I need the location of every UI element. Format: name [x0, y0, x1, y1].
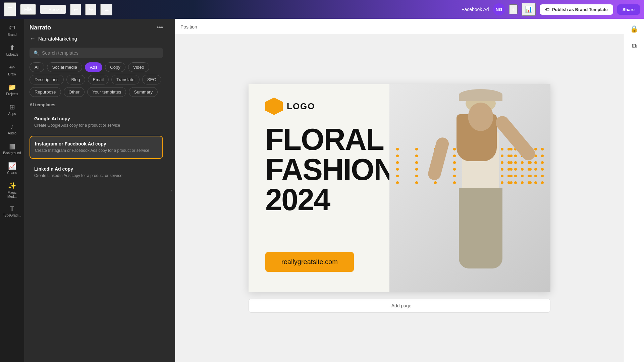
sidebar-item-uploads[interactable]: ⬆ Uploads — [1, 41, 23, 59]
template-title: Google Ad copy — [34, 116, 158, 121]
dot — [415, 161, 418, 164]
canvas-workspace[interactable]: LOGO FLORAL FASHION 2024 reallygreatsite… — [175, 35, 624, 362]
template-description: Create Instagram or Facebook Ads copy fo… — [35, 148, 158, 154]
panel-collapse-handle[interactable]: ‹ — [168, 19, 175, 362]
topbar: ☰ File ⌗ Resize ↩ ↪ ☁ Facebook Ad NG + 📊… — [0, 0, 644, 19]
lock-icon[interactable]: 🔒 — [628, 23, 640, 35]
dot — [541, 168, 544, 171]
dot — [534, 168, 537, 171]
undo-button[interactable]: ↩ — [70, 4, 81, 15]
menu-icon[interactable]: ☰ — [4, 2, 16, 16]
canvas-url-button: reallygreatsite.com — [265, 252, 354, 272]
search-input[interactable] — [42, 50, 159, 56]
design-canvas[interactable]: LOGO FLORAL FASHION 2024 reallygreatsite… — [249, 84, 550, 292]
canvas-headline: FLORAL FASHION 2024 — [265, 124, 395, 215]
hat-brim — [459, 89, 502, 101]
filter-tag-all[interactable]: All — [30, 62, 44, 72]
resize-button[interactable]: ⌗ Resize — [40, 5, 66, 14]
sidebar-item-magic[interactable]: ✨ Magic Med... — [1, 179, 23, 201]
sidebar-item-charts[interactable]: 📈 Charts — [1, 159, 23, 178]
publish-brand-template-button[interactable]: 🏷 Publish as Brand Template — [540, 4, 613, 15]
cloud-save-button[interactable]: ☁ — [100, 4, 112, 15]
filter-tag-seo[interactable]: SEO — [142, 75, 161, 84]
canvas-logo-hexagon — [265, 98, 283, 115]
template-item-linkedin-ad[interactable]: LinkedIn Ad copy Create LinkedIn Ads cop… — [30, 162, 163, 183]
sidebar-item-draw[interactable]: ✏ Draw — [1, 61, 23, 79]
search-container: 🔍 — [24, 45, 168, 62]
canvas-model-image — [389, 84, 550, 292]
headline-line3: 2024 — [265, 185, 395, 215]
typegradi-label: TypeGradi... — [3, 214, 21, 218]
main-layout: 🏷 Brand ⬆ Uploads ✏ Draw 📁 Projects ⊞ Ap… — [0, 19, 644, 362]
sidebar-item-audio[interactable]: ♪ Audio — [1, 120, 23, 138]
uploads-icon: ⬆ — [9, 44, 15, 52]
dot — [534, 181, 537, 184]
template-description: Create Google Ads copy for a product or … — [34, 123, 158, 128]
filter-tag-translate[interactable]: Translate — [111, 75, 140, 84]
dot — [534, 148, 537, 150]
side-panel: Narrato ••• ← NarratoMarketing 🔍 AllSoci… — [24, 19, 168, 362]
draw-icon: ✏ — [9, 63, 15, 71]
dot — [396, 161, 399, 164]
redo-button[interactable]: ↪ — [85, 4, 96, 15]
stats-button[interactable]: 📊 — [522, 3, 536, 16]
canvas-logo-area: LOGO — [265, 98, 315, 115]
dot — [534, 175, 537, 177]
back-arrow-icon: ← — [30, 35, 36, 42]
sidebar-item-background[interactable]: ▦ Background — [1, 139, 23, 158]
filter-tag-repurpose[interactable]: Repurpose — [30, 87, 61, 97]
filter-tag-summary[interactable]: Summary — [129, 87, 158, 97]
template-title: LinkedIn Ad copy — [34, 166, 158, 172]
filter-tag-ads[interactable]: Ads — [85, 62, 102, 72]
templates-list: Google Ad copy Create Google Ads copy fo… — [30, 111, 163, 183]
head — [468, 103, 493, 131]
avatar[interactable]: NG — [493, 3, 505, 15]
left-icon-nav: 🏷 Brand ⬆ Uploads ✏ Draw 📁 Projects ⊞ Ap… — [0, 19, 24, 362]
template-item-google-ad[interactable]: Google Ad copy Create Google Ads copy fo… — [30, 111, 163, 133]
apps-icon: ⊞ — [9, 103, 15, 111]
share-button[interactable]: Share — [617, 4, 640, 15]
projects-icon: 📁 — [8, 83, 16, 91]
filter-tag-email[interactable]: Email — [88, 75, 109, 84]
sidebar-item-brand[interactable]: 🏷 Brand — [1, 21, 23, 40]
add-collaborator-button[interactable]: + — [509, 4, 518, 14]
filter-tag-descriptions[interactable]: Descriptions — [30, 75, 64, 84]
side-panel-title: Narrato — [30, 24, 51, 31]
add-page-button[interactable]: + Add page — [249, 299, 550, 313]
back-label: NarratoMarketing — [38, 36, 77, 42]
canvas-wrapper: LOGO FLORAL FASHION 2024 reallygreatsite… — [249, 84, 550, 313]
filter-tag-copy[interactable]: Copy — [105, 62, 125, 72]
filter-tag-other[interactable]: Other — [64, 87, 85, 97]
template-title: Instagram or Facebook Ad copy — [35, 141, 158, 146]
arm-left — [427, 136, 450, 181]
canvas-area: Position LOGO FLORAL FASHION — [175, 19, 624, 362]
dot — [534, 161, 537, 164]
layers-icon[interactable]: ⧉ — [630, 40, 639, 52]
back-navigation[interactable]: ← NarratoMarketing — [24, 31, 168, 45]
filter-tag-your-templates[interactable]: Your templates — [87, 87, 126, 97]
file-button[interactable]: File — [20, 4, 36, 15]
brand-icon: 🏷 — [9, 24, 15, 32]
side-panel-header: Narrato ••• — [24, 19, 168, 31]
sidebar-item-apps[interactable]: ⊞ Apps — [1, 100, 23, 119]
magic-label: Magic Med... — [3, 191, 21, 199]
dot — [541, 175, 544, 177]
search-icon: 🔍 — [34, 50, 39, 56]
side-panel-options-button[interactable]: ••• — [157, 24, 163, 31]
projects-label: Projects — [6, 92, 18, 96]
charts-label: Charts — [7, 171, 17, 175]
sidebar-item-typegradi[interactable]: T TypeGradi... — [1, 203, 23, 220]
magic-icon: ✨ — [8, 182, 16, 190]
charts-icon: 📈 — [8, 162, 16, 170]
template-item-instagram-facebook[interactable]: Instagram or Facebook Ad copy Create Ins… — [30, 136, 163, 159]
filter-tag-social[interactable]: Social media — [47, 62, 82, 72]
filter-tag-blog[interactable]: Blog — [66, 75, 85, 84]
right-panel: 🔒 ⧉ — [624, 19, 644, 362]
template-description: Create LinkedIn Ads copy for a product o… — [34, 173, 158, 179]
filter-tag-video[interactable]: Video — [128, 62, 149, 72]
position-label: Position — [180, 24, 197, 29]
sidebar-item-projects[interactable]: 📁 Projects — [1, 80, 23, 99]
canvas-toolbar: Position — [175, 19, 624, 35]
dot — [396, 168, 399, 171]
search-box: 🔍 — [30, 48, 163, 58]
